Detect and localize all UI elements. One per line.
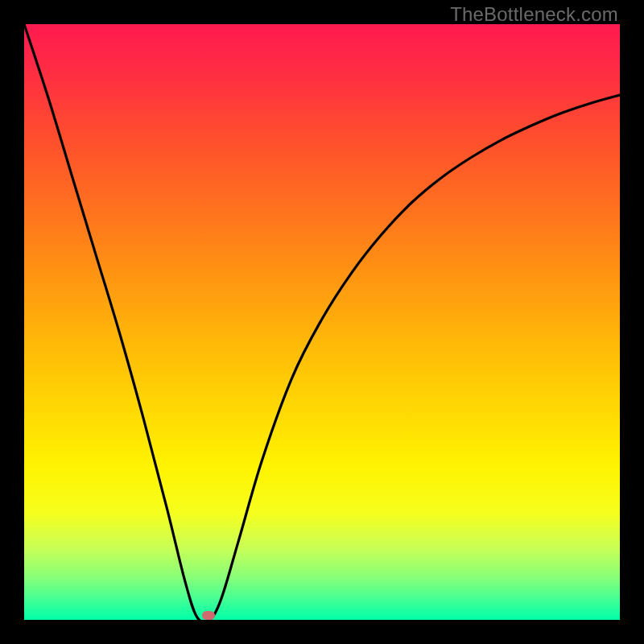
minimum-marker [202,611,215,620]
watermark-text: TheBottleneck.com [450,3,618,26]
curve-path [24,24,620,620]
chart-frame: TheBottleneck.com [0,0,644,644]
curve-svg [24,24,620,620]
plot-area [24,24,620,620]
